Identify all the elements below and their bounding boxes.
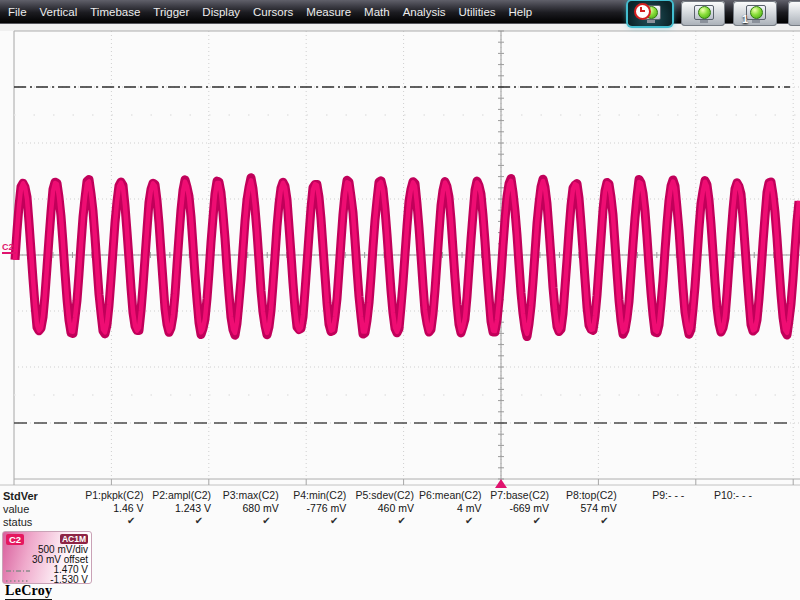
- menu-math[interactable]: Math: [364, 6, 390, 18]
- measure-row-value-header: value: [3, 503, 29, 515]
- measure-column-8[interactable]: P8:top(C2)574 mV✔: [550, 489, 617, 528]
- menu-analysis[interactable]: Analysis: [403, 6, 446, 18]
- measure-param-status: ✔: [550, 515, 617, 528]
- measure-param-label: P6:mean(C2): [415, 489, 482, 502]
- coupling-badge: AC1M: [60, 534, 88, 544]
- monitor-icon: [694, 5, 714, 20]
- menu-measure[interactable]: Measure: [306, 6, 351, 18]
- measure-param-value: 574 mV: [550, 502, 617, 515]
- measure-column-4[interactable]: P4:min(C2)-776 mV✔: [279, 489, 346, 528]
- monitor-icon: [746, 5, 766, 20]
- measure-param-label: P10:- - -: [685, 489, 752, 502]
- measure-param-status: ✔: [77, 515, 144, 528]
- measure-column-7[interactable]: P7:base(C2)-669 mV✔: [482, 489, 549, 528]
- measure-param-label: P7:base(C2): [482, 489, 549, 502]
- measure-param-value: 1.46 V: [77, 502, 144, 515]
- menu-vertical[interactable]: Vertical: [40, 6, 78, 18]
- lecroy-logo: LeCroy: [5, 583, 52, 600]
- measure-param-status: ✔: [415, 515, 482, 528]
- measure-column-3[interactable]: P3:max(C2)680 mV✔: [212, 489, 279, 528]
- dash-dot-pattern-icon: [6, 565, 30, 575]
- measure-column-6[interactable]: P6:mean(C2)4 mV✔: [415, 489, 482, 528]
- measure-param-label: P3:max(C2): [212, 489, 279, 502]
- measure-param-label: P2:ampl(C2): [144, 489, 211, 502]
- channel-c2-badge: C2: [6, 534, 24, 545]
- measure-param-label: P4:min(C2): [279, 489, 346, 502]
- toolbar-button-timed-display[interactable]: [628, 1, 672, 26]
- green-orb-icon: [698, 6, 711, 19]
- menu-bar: File Vertical Timebase Trigger Display C…: [0, 0, 800, 24]
- menu-cursors[interactable]: Cursors: [253, 6, 293, 18]
- measure-column-1[interactable]: P1:pkpk(C2)1.46 V✔: [77, 489, 144, 528]
- channel-c2-descriptor-box[interactable]: C2 AC1M 500 mV/div 30 mV offset 1.470 V …: [2, 531, 92, 584]
- display-number-label: 1: [742, 13, 748, 25]
- measure-param-label: P1: [753, 489, 800, 502]
- measure-column-5[interactable]: P5:sdev(C2)460 mV✔: [347, 489, 414, 528]
- menu-trigger[interactable]: Trigger: [153, 6, 189, 18]
- measure-param-value: 1.243 V: [144, 502, 211, 515]
- measure-param-status: ✔: [144, 515, 211, 528]
- channel-lower-level: -1.530 V: [50, 575, 88, 585]
- measure-param-label: P1:pkpk(C2): [77, 489, 144, 502]
- measure-param-status: ✔: [347, 515, 414, 528]
- menu-utilities[interactable]: Utilities: [458, 6, 495, 18]
- measure-param-value: [753, 502, 800, 515]
- menu-display[interactable]: Display: [202, 6, 240, 18]
- channel-level-marker[interactable]: C2: [2, 242, 16, 254]
- measure-table-title: StdVer: [3, 490, 38, 502]
- green-orb-icon: [750, 6, 763, 19]
- measure-column-2[interactable]: P2:ampl(C2)1.243 V✔: [144, 489, 211, 528]
- toolbar-button-partial[interactable]: [788, 1, 800, 26]
- measure-param-status: [753, 515, 800, 528]
- measure-param-label: P9:- - -: [617, 489, 684, 502]
- measure-column-9[interactable]: P9:- - -: [617, 489, 684, 528]
- measure-param-value: -669 mV: [482, 502, 549, 515]
- toolbar-button-display[interactable]: [681, 1, 725, 26]
- measure-column-10[interactable]: P10:- - -: [685, 489, 752, 528]
- measure-param-status: [685, 515, 752, 528]
- measure-param-value: 680 mV: [212, 502, 279, 515]
- menu-help[interactable]: Help: [509, 6, 533, 18]
- measure-param-value: 460 mV: [347, 502, 414, 515]
- measure-column-11[interactable]: P1: [753, 489, 800, 528]
- measure-param-status: [617, 515, 684, 528]
- measure-param-status: ✔: [482, 515, 549, 528]
- measure-param-status: ✔: [212, 515, 279, 528]
- menu-timebase[interactable]: Timebase: [90, 6, 140, 18]
- measure-row-status-header: status: [3, 516, 32, 528]
- alarm-clock-icon: [634, 3, 651, 20]
- measure-param-value: [685, 502, 752, 515]
- measure-param-status: ✔: [279, 515, 346, 528]
- measure-param-value: [617, 502, 684, 515]
- measure-param-label: P5:sdev(C2): [347, 489, 414, 502]
- menu-file[interactable]: File: [8, 6, 27, 18]
- toolbar-button-display-1[interactable]: 1: [733, 1, 777, 26]
- measure-param-label: P8:top(C2): [550, 489, 617, 502]
- measure-param-value: -776 mV: [279, 502, 346, 515]
- measure-param-value: 4 mV: [415, 502, 482, 515]
